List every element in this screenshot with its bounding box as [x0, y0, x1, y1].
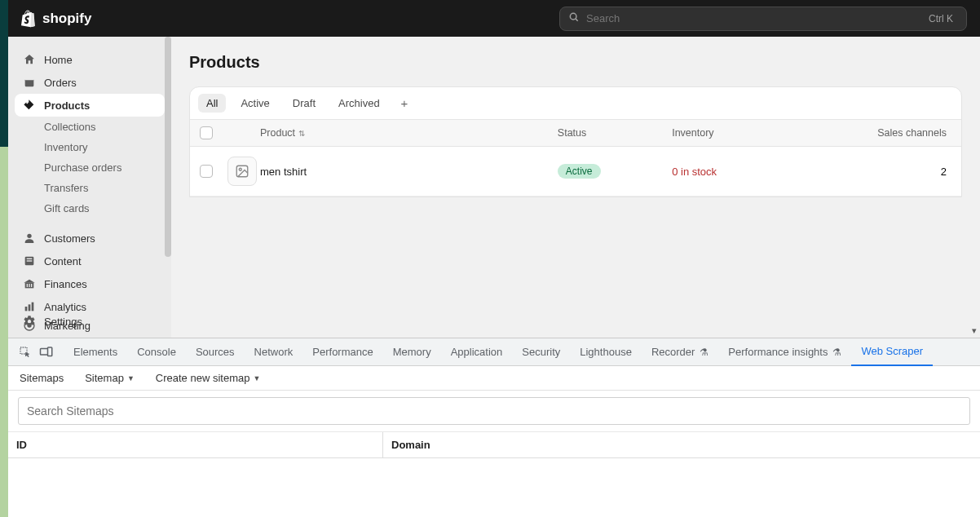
- flask-icon: ⚗: [700, 347, 709, 358]
- tab-all[interactable]: All: [198, 94, 226, 113]
- customers-icon: [23, 232, 36, 245]
- tab-archived[interactable]: Archived: [330, 94, 388, 113]
- products-icon: [23, 99, 36, 112]
- devtools-tab-perf-insights[interactable]: Performance insights⚗: [718, 338, 851, 366]
- devtools-tab-recorder-label: Recorder: [651, 346, 695, 358]
- subnav-transfers[interactable]: Transfers: [15, 178, 165, 198]
- subnav-inventory[interactable]: Inventory: [15, 137, 165, 157]
- tab-add-view[interactable]: +: [395, 95, 415, 112]
- devtools-tab-lighthouse[interactable]: Lighthouse: [570, 338, 642, 366]
- nav-products[interactable]: Products: [15, 94, 165, 117]
- nav-finances[interactable]: Finances: [15, 272, 165, 295]
- devtools-panel: Elements Console Sources Network Perform…: [8, 338, 980, 517]
- device-toolbar-icon[interactable]: [36, 346, 57, 359]
- devtools-tab-console[interactable]: Console: [127, 338, 186, 366]
- sidebar-collapse-caret-icon[interactable]: ▾: [972, 325, 977, 336]
- devtools-tab-network[interactable]: Network: [245, 338, 303, 366]
- subnav-purchase-orders[interactable]: Purchase orders: [15, 157, 165, 178]
- sitemap-search-wrap: [8, 391, 980, 432]
- devtools-tab-elements[interactable]: Elements: [64, 338, 127, 366]
- subtab-sitemap[interactable]: Sitemap▼: [85, 372, 135, 384]
- nav-settings[interactable]: Settings: [15, 310, 165, 333]
- svg-point-0: [570, 13, 576, 20]
- col-status-header[interactable]: Status: [558, 127, 672, 139]
- col-product-header[interactable]: Product ⇅: [260, 127, 558, 139]
- row-inventory-cell: 0 in stock: [672, 166, 820, 178]
- search-shortcut: Ctrl K: [924, 11, 958, 26]
- row-product-name: men tshirt: [260, 166, 307, 178]
- app-body: Home Orders Products Collections Invento…: [8, 37, 980, 338]
- subtab-sitemaps[interactable]: Sitemaps: [20, 372, 64, 384]
- svg-rect-11: [31, 284, 32, 287]
- sidebar: Home Orders Products Collections Invento…: [8, 37, 171, 338]
- page-title: Products: [189, 53, 962, 72]
- tab-draft[interactable]: Draft: [285, 94, 324, 113]
- orders-icon: [23, 76, 36, 89]
- shopify-bag-icon: [21, 10, 38, 28]
- devtools-tab-perf-insights-label: Performance insights: [728, 346, 828, 358]
- devtools-tabbar: Elements Console Sources Network Perform…: [8, 338, 980, 366]
- svg-rect-8: [27, 260, 33, 261]
- search-input[interactable]: [586, 12, 924, 24]
- row-channels-cell: 2: [821, 166, 951, 178]
- content-icon: [23, 254, 36, 267]
- nav-finances-label: Finances: [44, 278, 87, 290]
- svg-point-4: [26, 102, 28, 104]
- col-checkbox: [200, 126, 227, 139]
- table-row[interactable]: men tshirt Active 0 in stock 2: [190, 147, 961, 197]
- svg-rect-10: [29, 284, 29, 287]
- shopify-app: shopify Ctrl K Home Orders Products: [8, 0, 980, 338]
- main-content: Products All Active Draft Archived + Pro…: [171, 37, 980, 338]
- row-inventory-value: 0 in stock: [672, 166, 717, 178]
- tab-active[interactable]: Active: [232, 94, 277, 113]
- svg-rect-7: [27, 258, 33, 259]
- devtools-tab-recorder[interactable]: Recorder⚗: [642, 338, 718, 366]
- sidebar-scrollbar[interactable]: [165, 37, 171, 257]
- col-product-label: Product: [260, 127, 295, 139]
- subnav-gift-cards[interactable]: Gift cards: [15, 198, 165, 219]
- inspect-element-icon[interactable]: [15, 346, 36, 359]
- devtools-tab-web-scraper[interactable]: Web Scraper: [851, 338, 933, 366]
- col-channels-header[interactable]: Sales channels: [821, 127, 951, 139]
- th-domain[interactable]: Domain: [383, 432, 980, 457]
- sitemap-search-input[interactable]: [18, 397, 970, 425]
- shopify-logo[interactable]: shopify: [21, 10, 91, 28]
- select-all-checkbox[interactable]: [200, 126, 213, 139]
- svg-rect-9: [27, 284, 28, 287]
- subtab-sitemap-label: Sitemap: [85, 372, 124, 384]
- devtools-tab-performance[interactable]: Performance: [302, 338, 382, 366]
- product-tabs: All Active Draft Archived +: [190, 87, 961, 120]
- table-header: Product ⇅ Status Inventory Sales channel…: [190, 120, 961, 147]
- th-id[interactable]: ID: [8, 432, 383, 457]
- global-search[interactable]: Ctrl K: [559, 7, 967, 31]
- subnav-collections[interactable]: Collections: [15, 117, 165, 137]
- caret-down-icon: ▼: [253, 374, 260, 382]
- row-checkbox[interactable]: [200, 165, 213, 178]
- nav-customers[interactable]: Customers: [15, 227, 165, 250]
- nav-content-label: Content: [44, 255, 82, 267]
- svg-point-17: [28, 320, 31, 323]
- nav-settings-label: Settings: [44, 316, 82, 328]
- status-badge: Active: [558, 164, 601, 179]
- gear-icon: [23, 315, 36, 328]
- finances-icon: [23, 277, 36, 290]
- col-inventory-header[interactable]: Inventory: [672, 127, 820, 139]
- svg-line-1: [576, 18, 578, 20]
- subtab-create-sitemap[interactable]: Create new sitemap▼: [156, 372, 261, 384]
- row-thumb-cell: [227, 157, 260, 186]
- nav-content[interactable]: Content: [15, 250, 165, 272]
- product-thumbnail: [227, 157, 257, 186]
- home-icon: [23, 53, 36, 66]
- svg-point-5: [27, 234, 31, 238]
- nav-home[interactable]: Home: [15, 48, 165, 71]
- devtools-tab-security[interactable]: Security: [512, 338, 570, 366]
- devtools-tab-memory[interactable]: Memory: [383, 338, 441, 366]
- row-status-cell: Active: [558, 164, 672, 179]
- webscraper-subtabs: Sitemaps Sitemap▼ Create new sitemap▼: [8, 366, 980, 391]
- nav-orders[interactable]: Orders: [15, 71, 165, 94]
- devtools-tab-application[interactable]: Application: [441, 338, 513, 366]
- shopify-wordmark: shopify: [42, 11, 91, 27]
- nav-orders-label: Orders: [44, 77, 77, 89]
- caret-down-icon: ▼: [127, 374, 135, 382]
- devtools-tab-sources[interactable]: Sources: [186, 338, 245, 366]
